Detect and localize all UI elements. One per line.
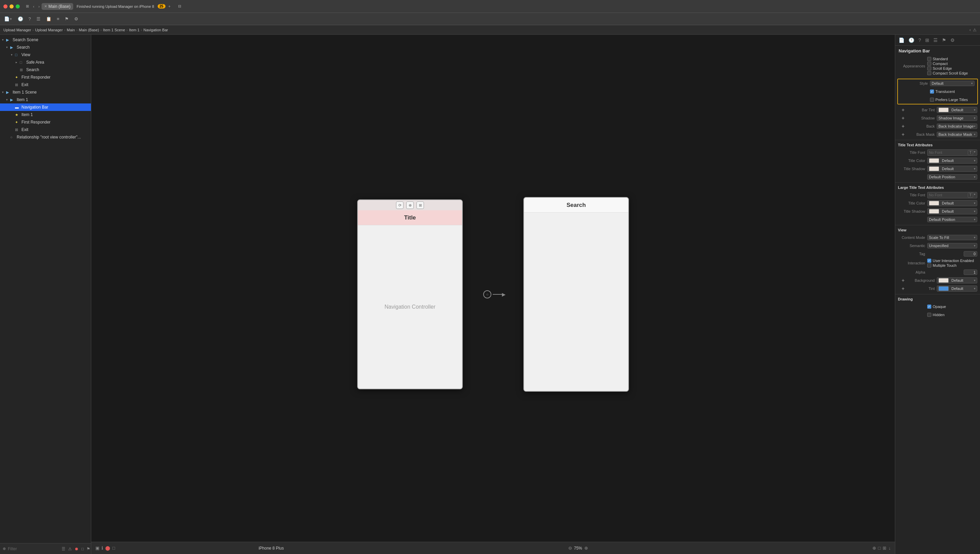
title-color-dropdown[interactable]: Default ▾ (927, 158, 977, 164)
title-font-edit-btn[interactable]: T (968, 150, 973, 155)
tab-main-base[interactable]: ✕ Main (Base) (41, 3, 73, 10)
breadcrumb-main[interactable]: Main (67, 28, 75, 32)
sidebar-item-exit-2[interactable]: ⊠ Exit (0, 126, 91, 134)
back-add-btn[interactable]: + (901, 124, 905, 129)
warning-badge[interactable]: 25 (158, 4, 166, 8)
sidebar-item-search-bar[interactable]: ⊞ Search (0, 66, 91, 73)
appearance-standard-checkbox[interactable] (927, 57, 931, 61)
shadow-add-btn[interactable]: + (901, 115, 905, 121)
sidebar-item-item1-scene[interactable]: ▶ Item 1 Scene (0, 89, 91, 96)
breadcrumb-navigation-bar[interactable]: Navigation Bar (144, 28, 168, 32)
add-file-button[interactable]: 📄+ (3, 16, 14, 22)
tag-input[interactable] (964, 251, 977, 256)
title-position-dropdown[interactable]: Default Position ▾ (927, 174, 977, 180)
filter-input[interactable] (8, 546, 59, 551)
hidden-checkbox[interactable] (927, 313, 931, 317)
breadcrumb-warning-icon[interactable]: ⚠ (973, 27, 977, 32)
sidebar-item-first-responder-1[interactable]: ✦ First Responder (0, 73, 91, 81)
background-add-btn[interactable]: + (901, 278, 905, 283)
sidebar-item-search-scene[interactable]: ▶ Search Scene (0, 36, 91, 43)
filter-list-btn[interactable]: ☰ (61, 546, 66, 551)
filter-square-btn[interactable]: □ (81, 546, 85, 551)
rp-grid-icon[interactable]: ⊞ (924, 37, 931, 43)
sidebar-item-item1[interactable]: ▶ Item 1 (0, 96, 91, 103)
bottom-icon-3[interactable]: □ (112, 546, 115, 551)
shadow-dropdown[interactable]: Shadow Image ▾ (937, 115, 977, 121)
settings-button[interactable]: ⚙ (73, 16, 80, 22)
bottom-right-icon-2[interactable]: □ (878, 546, 881, 551)
back-mask-dropdown[interactable]: Back Indicator Mask ▾ (937, 132, 977, 137)
zoom-out-button[interactable]: ⊖ (568, 546, 572, 551)
phone-mockup-1[interactable]: ⟳ ⊕ ⊞ Title Navigation Controller (357, 199, 463, 389)
tint-add-btn[interactable]: + (901, 286, 905, 291)
back-dropdown[interactable]: Back Indicator Image ▾ (937, 124, 977, 129)
large-title-font-edit-btn[interactable]: T (968, 193, 973, 198)
rp-list-icon[interactable]: ☰ (932, 37, 939, 43)
appearance-compact-checkbox[interactable] (927, 62, 931, 66)
zoom-in-button[interactable]: ⊕ (584, 546, 588, 551)
sidebar-item-view[interactable]: □ View (0, 51, 91, 59)
rp-clock-icon[interactable]: 🕐 (907, 37, 916, 43)
close-button[interactable] (3, 5, 8, 8)
appearance-scroll-edge-checkbox[interactable] (927, 66, 931, 70)
bottom-icon-2[interactable]: ℹ (102, 546, 103, 551)
background-dropdown[interactable]: Default ▾ (937, 277, 977, 283)
prefers-large-titles-checkbox[interactable] (930, 98, 934, 102)
breadcrumb-main-base[interactable]: Main (Base) (79, 28, 99, 32)
minimize-button[interactable] (10, 5, 14, 8)
breadcrumb-item-1-scene[interactable]: Item 1 Scene (103, 28, 125, 32)
add-button[interactable]: ＋ (166, 3, 173, 10)
multiple-touch-checkbox[interactable] (927, 263, 931, 267)
large-title-shadow-dropdown[interactable]: Default ▾ (927, 208, 977, 214)
user-interaction-checkbox[interactable]: ✓ (927, 259, 931, 263)
phone-mockup-2[interactable]: Search (524, 197, 629, 392)
appearance-compact-scroll-edge-checkbox[interactable] (927, 71, 931, 75)
hierarchy-button[interactable]: ≡ (56, 16, 61, 22)
bottom-right-icon-1[interactable]: ⊕ (872, 546, 876, 551)
sidebar-item-first-responder-2[interactable]: ✦ First Responder (0, 118, 91, 126)
library-button[interactable]: 🕐 (16, 16, 24, 22)
sidebar-item-safe-area[interactable]: □ Safe Area (0, 59, 91, 66)
title-font-dropdown[interactable]: No Font T ▾ (927, 150, 977, 156)
bottom-right-icon-3[interactable]: ⊞ (883, 546, 886, 551)
rp-file-icon[interactable]: 📄 (897, 37, 906, 43)
alpha-input[interactable] (964, 269, 977, 275)
breadcrumb-upload-manager-2[interactable]: Upload Manager (35, 28, 63, 32)
property-button[interactable]: ☰ (35, 16, 42, 22)
filter-flag-btn[interactable]: ⚑ (86, 546, 91, 551)
sidebar-item-search[interactable]: ▶ Search (0, 43, 91, 51)
large-title-color-dropdown[interactable]: Default ▾ (927, 200, 977, 206)
sidebar-item-exit-1[interactable]: ⊠ Exit (0, 81, 91, 89)
rp-flag-icon[interactable]: ⚑ (940, 37, 948, 43)
inspect-button[interactable]: ? (27, 16, 32, 22)
breadcrumb-upload-manager-1[interactable]: Upload Manager (3, 28, 31, 32)
split-view-button[interactable]: ⊟ (176, 3, 183, 9)
breadcrumb-item-1[interactable]: Item 1 (129, 28, 140, 32)
rp-settings-icon[interactable]: ⚙ (949, 37, 956, 43)
filter-warning-btn[interactable]: ⚠ (67, 546, 73, 551)
large-title-position-dropdown[interactable]: Default Position ▾ (927, 217, 977, 222)
translucent-checkbox[interactable]: ✓ (930, 89, 934, 94)
tint-dropdown[interactable]: Default ▾ (937, 285, 977, 291)
debug-button[interactable]: ⚑ (63, 16, 70, 22)
breadcrumb-back-icon[interactable]: ‹ (969, 27, 971, 32)
tab-close-icon[interactable]: ✕ (44, 5, 47, 8)
style-dropdown[interactable]: Default ▾ (930, 81, 975, 86)
sidebar-item-relationship[interactable]: ○ Relationship "root view controller"... (0, 134, 91, 141)
forward-button[interactable]: › (37, 4, 42, 9)
rp-question-icon[interactable]: ? (917, 37, 923, 43)
content-mode-dropdown[interactable]: Scale To Fill ▾ (927, 235, 977, 240)
bottom-icon-stop[interactable]: ⬤ (105, 546, 110, 551)
opaque-checkbox[interactable]: ✓ (927, 304, 931, 309)
large-title-font-dropdown[interactable]: No Font T ▾ (927, 192, 977, 198)
sidebar-item-nav-bar[interactable]: ▬ Navigation Bar (0, 103, 91, 111)
back-button[interactable]: ‹ (31, 4, 37, 9)
sidebar-toggle-button[interactable]: ⊞ (24, 3, 31, 9)
back-mask-add-btn[interactable]: + (901, 132, 905, 137)
bar-tint-add-btn[interactable]: + (901, 107, 905, 113)
sidebar-item-item1-inner[interactable]: ★ Item 1 (0, 111, 91, 118)
bottom-right-icon-4[interactable]: ↓ (888, 546, 891, 551)
maximize-button[interactable] (16, 5, 20, 8)
filter-stop-btn[interactable]: ⏺ (74, 546, 79, 551)
bar-tint-dropdown[interactable]: Default ▾ (937, 107, 977, 113)
